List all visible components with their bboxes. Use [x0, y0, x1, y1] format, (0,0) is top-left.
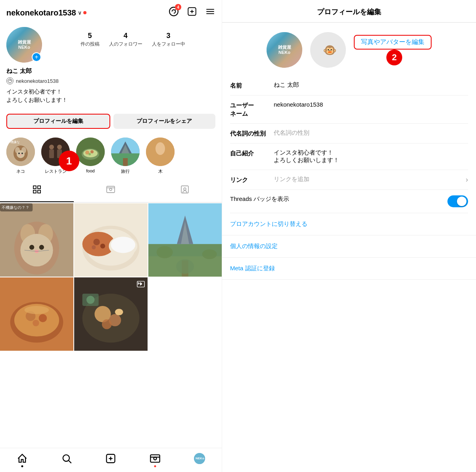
- edit-profile-button[interactable]: プロフィールを編集: [6, 114, 110, 129]
- add-story-button[interactable]: +: [32, 52, 41, 62]
- value-bio[interactable]: インスタ初心者です！よろしくお願いします！: [274, 149, 468, 164]
- value-link[interactable]: リンクを追加: [274, 176, 458, 183]
- link-row-meta[interactable]: Meta 認証に登録: [222, 258, 476, 280]
- display-name: ねこ 太郎: [6, 67, 215, 75]
- svg-rect-73: [148, 256, 222, 277]
- svg-point-90: [86, 296, 95, 304]
- online-dot: [83, 11, 86, 14]
- grid-item-food2[interactable]: [0, 277, 73, 351]
- nav-search[interactable]: [61, 453, 72, 464]
- right-title: プロフィールを編集: [317, 8, 381, 16]
- grid-item-food3[interactable]: [74, 277, 148, 351]
- followers-label: 人のフォロワー: [109, 41, 142, 47]
- highlight-circle-neko: 不機嫌な: [6, 138, 35, 166]
- nav-avatar: NEKo: [194, 453, 205, 464]
- share-profile-button[interactable]: プロフィールをシェア: [113, 114, 216, 129]
- grid-icon: [32, 185, 42, 197]
- grid-item-cat[interactable]: 不機嫌なの？？: [0, 203, 73, 277]
- reels-dot: [154, 465, 156, 467]
- form-row-pronoun: 代名詞の性別 代名詞の性別: [230, 124, 468, 143]
- svg-point-80: [39, 314, 47, 323]
- profile-info: ねこ 太郎 nekonekotaro1538 インスタ初心者です！よろしくお願い…: [0, 67, 222, 114]
- tab-grid[interactable]: [0, 180, 74, 202]
- svg-text:不機嫌な: 不機嫌な: [7, 140, 20, 144]
- edit-avatar-label: 雑貨屋NEKo: [278, 45, 291, 55]
- svg-point-21: [57, 145, 62, 149]
- annotation-circle-1: 1: [59, 151, 79, 171]
- form-row-username: ユーザーネーム nekonekotaro1538: [230, 96, 468, 124]
- highlights-row: 不機嫌な ネコ レストラン: [0, 134, 222, 180]
- highlight-label-more: 木: [158, 168, 163, 174]
- highlight-item-travel[interactable]: 旅行: [111, 138, 140, 174]
- svg-rect-38: [33, 190, 36, 193]
- value-name[interactable]: ねこ 太郎: [274, 81, 468, 89]
- following-stat[interactable]: 3 人をフォロー中: [152, 32, 185, 48]
- highlight-circle-more: [146, 138, 175, 166]
- svg-rect-43: [181, 186, 188, 193]
- threads-icon[interactable]: 4: [169, 6, 179, 19]
- svg-point-41: [109, 188, 112, 191]
- svg-line-93: [69, 461, 71, 463]
- highlight-label-travel: 旅行: [121, 168, 130, 174]
- svg-text:不機嫌なの？？: 不機嫌なの？？: [2, 205, 29, 210]
- grid-item-curry[interactable]: [74, 203, 148, 277]
- svg-point-63: [111, 237, 136, 253]
- svg-rect-36: [33, 186, 36, 189]
- edit-photo-button[interactable]: 写真やアバターを編集: [361, 38, 424, 46]
- threads-handle-row: nekonekotaro1538: [6, 77, 215, 84]
- svg-point-74: [157, 246, 173, 258]
- posts-label: 件の投稿: [81, 41, 100, 47]
- svg-rect-39: [38, 190, 40, 193]
- photo-grid: 不機嫌なの？？: [0, 203, 222, 351]
- nav-add[interactable]: [105, 453, 116, 464]
- value-username[interactable]: nekonekotaro1538: [274, 101, 468, 108]
- label-name: 名前: [230, 81, 266, 90]
- svg-point-7: [10, 80, 11, 80]
- svg-point-12: [17, 150, 25, 158]
- grid-item-nature[interactable]: [148, 203, 222, 277]
- bottom-nav: NEKo: [0, 448, 222, 472]
- form-rows: 名前 ねこ 太郎 ユーザーネーム nekonekotaro1538 代名詞の性別…: [222, 76, 476, 213]
- nav-reels[interactable]: [150, 453, 161, 464]
- highlight-item-food[interactable]: food: [76, 138, 105, 174]
- nav-home[interactable]: [17, 453, 28, 464]
- posts-stat: 5 件の投稿: [81, 32, 100, 48]
- svg-point-64: [93, 239, 100, 245]
- tab-reels[interactable]: [74, 180, 148, 202]
- followers-stat[interactable]: 4 人のフォロワー: [109, 32, 142, 48]
- svg-text:NEKo: NEKo: [196, 457, 204, 460]
- following-label: 人をフォロー中: [152, 41, 185, 47]
- personal-info-link[interactable]: 個人の情報の設定: [230, 243, 278, 249]
- svg-rect-40: [107, 186, 115, 193]
- chevron-down-icon[interactable]: ∨: [78, 10, 82, 16]
- edit-photo-btn-box: 写真やアバターを編集: [354, 35, 432, 50]
- form-row-threads-badge: Threads バッジを表示: [230, 190, 468, 213]
- avatar-label: 雑貨屋NEKo: [18, 40, 31, 50]
- pro-account-link[interactable]: プロアカウントに切り替える: [230, 220, 307, 227]
- reels-icon: [106, 185, 115, 197]
- left-panel: nekonekotaro1538 ∨ 4: [0, 0, 222, 472]
- highlight-item-neko[interactable]: 不機嫌な ネコ: [6, 138, 35, 174]
- meta-verify-link[interactable]: Meta 認証に登録: [230, 265, 275, 271]
- label-link: リンク: [230, 176, 266, 184]
- nav-profile[interactable]: NEKo: [194, 453, 205, 464]
- highlight-label-neko: ネコ: [16, 168, 25, 174]
- username-area: nekonekotaro1538 ∨: [6, 8, 165, 17]
- svg-point-65: [100, 244, 105, 248]
- value-pronoun[interactable]: 代名詞の性別: [274, 129, 468, 137]
- tab-tagged[interactable]: [148, 180, 222, 202]
- link-row-pro[interactable]: プロアカウントに切り替える: [222, 213, 476, 235]
- form-row-link: リンク リンクを追加 ›: [230, 170, 468, 190]
- nav-icons: 4: [169, 6, 215, 19]
- svg-point-92: [63, 455, 69, 461]
- highlight-circle-travel: [111, 138, 140, 166]
- highlight-item-more[interactable]: 木: [146, 138, 175, 174]
- link-row-personal-info[interactable]: 個人の情報の設定: [222, 235, 476, 258]
- menu-icon[interactable]: [205, 6, 215, 19]
- form-row-name: 名前 ねこ 太郎: [230, 76, 468, 96]
- threads-badge-toggle[interactable]: [447, 195, 468, 207]
- svg-point-27: [88, 153, 91, 155]
- stats-row: 5 件の投稿 4 人のフォロワー 3 人をフォロー中: [50, 32, 215, 48]
- add-post-icon[interactable]: [187, 6, 197, 19]
- svg-point-51: [29, 245, 34, 250]
